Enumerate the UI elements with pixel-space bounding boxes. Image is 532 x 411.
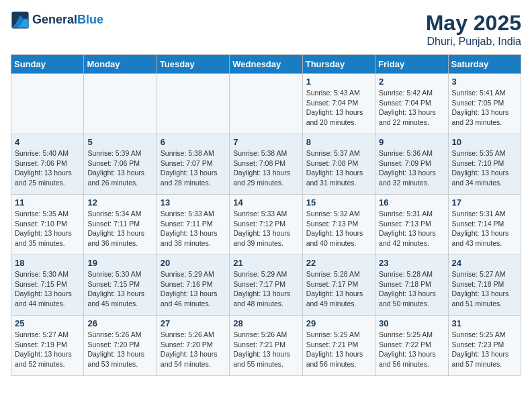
cell-info: Sunrise: 5:42 AM Sunset: 7:04 PM Dayligh… [379, 88, 444, 128]
calendar-cell [11, 74, 84, 134]
cell-info: Sunrise: 5:27 AM Sunset: 7:18 PM Dayligh… [452, 269, 517, 309]
cell-info: Sunrise: 5:27 AM Sunset: 7:19 PM Dayligh… [15, 330, 80, 369]
calendar-week-row: 1Sunrise: 5:43 AM Sunset: 7:04 PM Daylig… [11, 74, 521, 134]
day-number: 29 [306, 318, 371, 328]
day-number: 3 [452, 77, 517, 87]
cell-info: Sunrise: 5:28 AM Sunset: 7:18 PM Dayligh… [379, 269, 444, 309]
logo-text-block: GeneralBlue [32, 13, 103, 27]
cell-info: Sunrise: 5:40 AM Sunset: 7:06 PM Dayligh… [15, 148, 80, 188]
cell-info: Sunrise: 5:25 AM Sunset: 7:23 PM Dayligh… [452, 330, 517, 369]
calendar-table: SundayMondayTuesdayWednesdayThursdayFrid… [11, 54, 521, 376]
calendar-cell: 27Sunrise: 5:26 AM Sunset: 7:20 PM Dayli… [157, 316, 229, 376]
calendar-cell: 22Sunrise: 5:28 AM Sunset: 7:17 PM Dayli… [302, 255, 375, 316]
calendar-cell: 6Sunrise: 5:38 AM Sunset: 7:07 PM Daylig… [157, 134, 229, 195]
calendar-cell: 29Sunrise: 5:25 AM Sunset: 7:21 PM Dayli… [302, 316, 375, 376]
column-header-tuesday: Tuesday [157, 55, 229, 74]
cell-info: Sunrise: 5:35 AM Sunset: 7:10 PM Dayligh… [15, 209, 80, 248]
logo-blue: Blue [77, 13, 103, 26]
calendar-cell: 15Sunrise: 5:32 AM Sunset: 7:13 PM Dayli… [302, 195, 375, 255]
calendar-cell: 8Sunrise: 5:37 AM Sunset: 7:08 PM Daylig… [302, 134, 375, 195]
day-number: 21 [233, 258, 298, 268]
cell-info: Sunrise: 5:30 AM Sunset: 7:15 PM Dayligh… [15, 269, 80, 309]
cell-info: Sunrise: 5:26 AM Sunset: 7:20 PM Dayligh… [87, 330, 152, 369]
cell-info: Sunrise: 5:33 AM Sunset: 7:12 PM Dayligh… [233, 209, 298, 248]
day-number: 22 [306, 258, 371, 268]
calendar-cell: 4Sunrise: 5:40 AM Sunset: 7:06 PM Daylig… [11, 134, 84, 195]
day-number: 13 [161, 197, 226, 208]
calendar-cell: 28Sunrise: 5:26 AM Sunset: 7:21 PM Dayli… [230, 316, 302, 376]
cell-info: Sunrise: 5:29 AM Sunset: 7:16 PM Dayligh… [161, 269, 226, 309]
calendar-cell: 31Sunrise: 5:25 AM Sunset: 7:23 PM Dayli… [448, 316, 521, 376]
cell-info: Sunrise: 5:31 AM Sunset: 7:13 PM Dayligh… [379, 209, 444, 248]
calendar-cell: 11Sunrise: 5:35 AM Sunset: 7:10 PM Dayli… [11, 195, 84, 255]
calendar-cell [84, 74, 157, 134]
day-number: 25 [15, 318, 80, 328]
day-number: 26 [87, 318, 152, 328]
cell-info: Sunrise: 5:37 AM Sunset: 7:08 PM Dayligh… [306, 148, 371, 188]
cell-info: Sunrise: 5:34 AM Sunset: 7:11 PM Dayligh… [87, 209, 152, 248]
calendar-cell: 23Sunrise: 5:28 AM Sunset: 7:18 PM Dayli… [375, 255, 448, 316]
calendar-cell: 14Sunrise: 5:33 AM Sunset: 7:12 PM Dayli… [230, 195, 302, 255]
cell-info: Sunrise: 5:36 AM Sunset: 7:09 PM Dayligh… [379, 148, 444, 188]
cell-info: Sunrise: 5:33 AM Sunset: 7:11 PM Dayligh… [161, 209, 226, 248]
calendar-cell: 10Sunrise: 5:35 AM Sunset: 7:10 PM Dayli… [448, 134, 521, 195]
calendar-week-row: 18Sunrise: 5:30 AM Sunset: 7:15 PM Dayli… [11, 255, 521, 316]
calendar-week-row: 11Sunrise: 5:35 AM Sunset: 7:10 PM Dayli… [11, 195, 521, 255]
day-number: 19 [87, 258, 152, 268]
day-number: 12 [87, 197, 152, 208]
cell-info: Sunrise: 5:31 AM Sunset: 7:14 PM Dayligh… [452, 209, 517, 248]
column-header-friday: Friday [375, 55, 448, 74]
calendar-body: 1Sunrise: 5:43 AM Sunset: 7:04 PM Daylig… [11, 74, 521, 376]
day-number: 20 [161, 258, 226, 268]
calendar-cell: 3Sunrise: 5:41 AM Sunset: 7:05 PM Daylig… [448, 74, 521, 134]
calendar-cell: 26Sunrise: 5:26 AM Sunset: 7:20 PM Dayli… [84, 316, 157, 376]
day-number: 14 [233, 197, 298, 208]
month-title: May 2025 [426, 11, 521, 36]
cell-info: Sunrise: 5:26 AM Sunset: 7:20 PM Dayligh… [161, 330, 226, 369]
day-number: 1 [306, 77, 371, 87]
calendar-cell: 17Sunrise: 5:31 AM Sunset: 7:14 PM Dayli… [448, 195, 521, 255]
calendar-header-row: SundayMondayTuesdayWednesdayThursdayFrid… [11, 55, 521, 74]
day-number: 16 [379, 197, 444, 208]
cell-info: Sunrise: 5:35 AM Sunset: 7:10 PM Dayligh… [452, 148, 517, 188]
day-number: 24 [452, 258, 517, 268]
day-number: 18 [15, 258, 80, 268]
calendar-cell: 25Sunrise: 5:27 AM Sunset: 7:19 PM Dayli… [11, 316, 84, 376]
day-number: 17 [452, 197, 517, 208]
cell-info: Sunrise: 5:32 AM Sunset: 7:13 PM Dayligh… [306, 209, 371, 248]
calendar-cell: 20Sunrise: 5:29 AM Sunset: 7:16 PM Dayli… [157, 255, 229, 316]
day-number: 2 [379, 77, 444, 87]
day-number: 11 [15, 197, 80, 208]
cell-info: Sunrise: 5:38 AM Sunset: 7:08 PM Dayligh… [233, 148, 298, 188]
calendar-cell [230, 74, 302, 134]
logo: GeneralBlue [11, 11, 103, 30]
calendar-cell: 2Sunrise: 5:42 AM Sunset: 7:04 PM Daylig… [375, 74, 448, 134]
page-header: GeneralBlue May 2025 Dhuri, Punjab, Indi… [11, 11, 521, 48]
calendar-week-row: 4Sunrise: 5:40 AM Sunset: 7:06 PM Daylig… [11, 134, 521, 195]
cell-info: Sunrise: 5:28 AM Sunset: 7:17 PM Dayligh… [306, 269, 371, 309]
logo-general: General [32, 13, 77, 26]
column-header-thursday: Thursday [302, 55, 375, 74]
cell-info: Sunrise: 5:38 AM Sunset: 7:07 PM Dayligh… [161, 148, 226, 188]
calendar-cell: 13Sunrise: 5:33 AM Sunset: 7:11 PM Dayli… [157, 195, 229, 255]
day-number: 30 [379, 318, 444, 328]
column-header-sunday: Sunday [11, 55, 84, 74]
logo-icon [11, 11, 30, 30]
cell-info: Sunrise: 5:41 AM Sunset: 7:05 PM Dayligh… [452, 88, 517, 128]
calendar-cell: 12Sunrise: 5:34 AM Sunset: 7:11 PM Dayli… [84, 195, 157, 255]
location-title: Dhuri, Punjab, India [426, 36, 521, 48]
day-number: 5 [87, 137, 152, 147]
column-header-wednesday: Wednesday [230, 55, 302, 74]
calendar-cell: 24Sunrise: 5:27 AM Sunset: 7:18 PM Dayli… [448, 255, 521, 316]
calendar-cell: 5Sunrise: 5:39 AM Sunset: 7:06 PM Daylig… [84, 134, 157, 195]
cell-info: Sunrise: 5:30 AM Sunset: 7:15 PM Dayligh… [87, 269, 152, 309]
cell-info: Sunrise: 5:43 AM Sunset: 7:04 PM Dayligh… [306, 88, 371, 128]
day-number: 4 [15, 137, 80, 147]
title-block: May 2025 Dhuri, Punjab, India [426, 11, 521, 48]
day-number: 9 [379, 137, 444, 147]
calendar-cell: 1Sunrise: 5:43 AM Sunset: 7:04 PM Daylig… [302, 74, 375, 134]
calendar-cell: 19Sunrise: 5:30 AM Sunset: 7:15 PM Dayli… [84, 255, 157, 316]
column-header-monday: Monday [84, 55, 157, 74]
calendar-cell: 16Sunrise: 5:31 AM Sunset: 7:13 PM Dayli… [375, 195, 448, 255]
day-number: 6 [161, 137, 226, 147]
